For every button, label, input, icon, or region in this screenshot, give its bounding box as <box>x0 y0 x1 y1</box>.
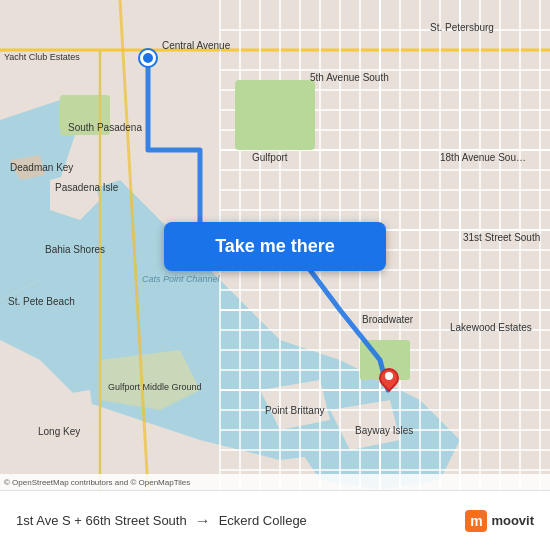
footer-route-row: 1st Ave S + 66th Street South → Eckerd C… <box>16 512 307 530</box>
cta-button-label: Take me there <box>215 236 335 257</box>
attribution-text: © OpenStreetMap contributors and © OpenM… <box>4 478 190 487</box>
footer-to-label: Eckerd College <box>219 513 307 528</box>
footer-route-info: 1st Ave S + 66th Street South → Eckerd C… <box>16 512 307 530</box>
origin-dot <box>140 50 156 66</box>
moovit-logo: m moovit <box>465 510 534 532</box>
footer-from-label: 1st Ave S + 66th Street South <box>16 513 187 528</box>
map-container: St. Petersburg Central Avenue 5th Avenue… <box>0 0 550 490</box>
footer-bar: 1st Ave S + 66th Street South → Eckerd C… <box>0 490 550 550</box>
map-attribution: © OpenStreetMap contributors and © OpenM… <box>0 474 550 490</box>
svg-rect-41 <box>235 80 315 150</box>
svg-rect-42 <box>60 95 110 135</box>
footer-arrow-icon: → <box>195 512 211 530</box>
moovit-icon: m <box>465 510 487 532</box>
take-me-there-button[interactable]: Take me there <box>164 222 386 271</box>
destination-pin <box>378 368 400 398</box>
pin-dot <box>385 372 393 380</box>
moovit-text: moovit <box>491 513 534 528</box>
